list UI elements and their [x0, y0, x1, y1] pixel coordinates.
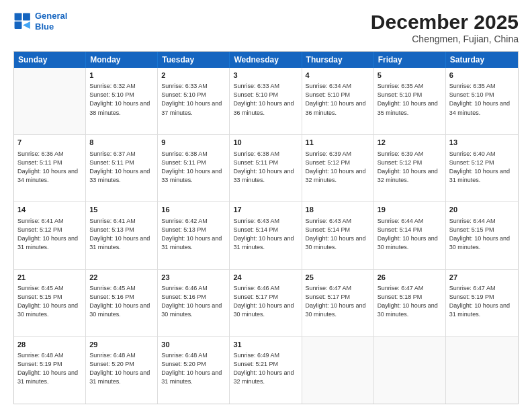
day-number: 4	[306, 71, 370, 81]
sun-info: Sunrise: 6:33 AM Sunset: 5:10 PM Dayligh…	[161, 82, 226, 117]
calendar-cell: 21Sunrise: 6:45 AM Sunset: 5:15 PM Dayli…	[14, 270, 86, 336]
sun-info: Sunrise: 6:46 AM Sunset: 5:17 PM Dayligh…	[233, 284, 298, 319]
sun-info: Sunrise: 6:41 AM Sunset: 5:12 PM Dayligh…	[17, 217, 82, 252]
day-number: 10	[233, 138, 298, 148]
title-block: December 2025 Chengmen, Fujian, China	[371, 11, 519, 44]
calendar-cell: 12Sunrise: 6:39 AM Sunset: 5:12 PM Dayli…	[374, 135, 446, 201]
day-number: 17	[233, 205, 298, 215]
calendar-cell: 8Sunrise: 6:37 AM Sunset: 5:11 PM Daylig…	[86, 135, 158, 201]
day-number: 15	[89, 205, 154, 215]
sun-info: Sunrise: 6:48 AM Sunset: 5:20 PM Dayligh…	[161, 351, 226, 386]
day-number: 11	[306, 138, 370, 148]
day-number: 16	[161, 205, 226, 215]
calendar-week-3: 14Sunrise: 6:41 AM Sunset: 5:12 PM Dayli…	[14, 202, 518, 269]
logo-text: General Blue	[35, 11, 67, 32]
sun-info: Sunrise: 6:38 AM Sunset: 5:11 PM Dayligh…	[161, 150, 226, 185]
day-number: 23	[161, 273, 226, 283]
sun-info: Sunrise: 6:43 AM Sunset: 5:14 PM Dayligh…	[306, 217, 370, 252]
sun-info: Sunrise: 6:47 AM Sunset: 5:18 PM Dayligh…	[378, 284, 442, 319]
svg-rect-1	[23, 13, 30, 20]
logo-line2: Blue	[35, 21, 54, 32]
calendar-cell: 24Sunrise: 6:46 AM Sunset: 5:17 PM Dayli…	[230, 270, 302, 336]
day-number: 8	[89, 138, 154, 148]
calendar-cell: 7Sunrise: 6:36 AM Sunset: 5:11 PM Daylig…	[14, 135, 86, 201]
sun-info: Sunrise: 6:35 AM Sunset: 5:10 PM Dayligh…	[449, 82, 515, 117]
sun-info: Sunrise: 6:35 AM Sunset: 5:10 PM Dayligh…	[378, 82, 442, 117]
day-number: 12	[378, 138, 442, 148]
header-day-wednesday: Wednesday	[230, 52, 302, 68]
day-number: 24	[233, 273, 298, 283]
calendar-cell: 19Sunrise: 6:44 AM Sunset: 5:14 PM Dayli…	[374, 202, 446, 269]
sun-info: Sunrise: 6:43 AM Sunset: 5:14 PM Dayligh…	[233, 217, 298, 252]
calendar-cell: 25Sunrise: 6:47 AM Sunset: 5:17 PM Dayli…	[302, 270, 374, 336]
calendar-cell: 1Sunrise: 6:32 AM Sunset: 5:10 PM Daylig…	[86, 68, 158, 134]
day-number: 9	[161, 138, 226, 148]
svg-marker-3	[23, 21, 30, 29]
day-number: 7	[17, 138, 82, 148]
day-number: 29	[89, 340, 154, 350]
calendar: SundayMondayTuesdayWednesdayThursdayFrid…	[13, 51, 519, 404]
sun-info: Sunrise: 6:47 AM Sunset: 5:19 PM Dayligh…	[449, 284, 515, 319]
calendar-cell: 20Sunrise: 6:44 AM Sunset: 5:15 PM Dayli…	[446, 202, 518, 269]
month-year: December 2025	[371, 11, 519, 34]
calendar-cell: 16Sunrise: 6:42 AM Sunset: 5:13 PM Dayli…	[158, 202, 230, 269]
sun-info: Sunrise: 6:40 AM Sunset: 5:12 PM Dayligh…	[449, 150, 515, 185]
sun-info: Sunrise: 6:34 AM Sunset: 5:10 PM Dayligh…	[306, 82, 370, 117]
day-number: 2	[161, 71, 226, 81]
header-day-monday: Monday	[86, 52, 158, 68]
calendar-body: 1Sunrise: 6:32 AM Sunset: 5:10 PM Daylig…	[14, 68, 518, 404]
sun-info: Sunrise: 6:48 AM Sunset: 5:20 PM Dayligh…	[89, 351, 154, 386]
sun-info: Sunrise: 6:33 AM Sunset: 5:10 PM Dayligh…	[233, 82, 298, 117]
calendar-header: SundayMondayTuesdayWednesdayThursdayFrid…	[14, 52, 518, 68]
day-number: 14	[17, 205, 82, 215]
day-number: 31	[233, 340, 298, 350]
day-number: 26	[378, 273, 442, 283]
sun-info: Sunrise: 6:45 AM Sunset: 5:15 PM Dayligh…	[17, 284, 82, 319]
calendar-cell: 2Sunrise: 6:33 AM Sunset: 5:10 PM Daylig…	[158, 68, 230, 134]
day-number: 3	[233, 71, 298, 81]
sun-info: Sunrise: 6:38 AM Sunset: 5:11 PM Dayligh…	[233, 150, 298, 185]
header-day-thursday: Thursday	[302, 52, 374, 68]
day-number: 27	[449, 273, 515, 283]
logo-icon	[13, 12, 32, 31]
calendar-cell: 30Sunrise: 6:48 AM Sunset: 5:20 PM Dayli…	[158, 337, 230, 404]
header-day-sunday: Sunday	[14, 52, 86, 68]
calendar-cell	[374, 337, 446, 404]
calendar-cell	[302, 337, 374, 404]
header-day-friday: Friday	[374, 52, 446, 68]
sun-info: Sunrise: 6:44 AM Sunset: 5:15 PM Dayligh…	[449, 217, 515, 252]
day-number: 13	[449, 138, 515, 148]
day-number: 19	[378, 205, 442, 215]
day-number: 21	[17, 273, 82, 283]
day-number: 5	[378, 71, 442, 81]
calendar-cell: 15Sunrise: 6:41 AM Sunset: 5:13 PM Dayli…	[86, 202, 158, 269]
location: Chengmen, Fujian, China	[371, 34, 519, 44]
calendar-cell: 26Sunrise: 6:47 AM Sunset: 5:18 PM Dayli…	[374, 270, 446, 336]
calendar-cell: 23Sunrise: 6:46 AM Sunset: 5:16 PM Dayli…	[158, 270, 230, 336]
sun-info: Sunrise: 6:47 AM Sunset: 5:17 PM Dayligh…	[306, 284, 370, 319]
calendar-cell: 10Sunrise: 6:38 AM Sunset: 5:11 PM Dayli…	[230, 135, 302, 201]
calendar-cell: 4Sunrise: 6:34 AM Sunset: 5:10 PM Daylig…	[302, 68, 374, 134]
calendar-cell	[14, 68, 86, 134]
svg-rect-0	[15, 13, 22, 20]
day-number: 18	[306, 205, 370, 215]
day-number: 22	[89, 273, 154, 283]
sun-info: Sunrise: 6:49 AM Sunset: 5:21 PM Dayligh…	[233, 351, 298, 386]
calendar-page: General Blue December 2025 Chengmen, Fuj…	[0, 0, 532, 411]
calendar-cell: 27Sunrise: 6:47 AM Sunset: 5:19 PM Dayli…	[446, 270, 518, 336]
calendar-cell: 22Sunrise: 6:45 AM Sunset: 5:16 PM Dayli…	[86, 270, 158, 336]
calendar-cell: 18Sunrise: 6:43 AM Sunset: 5:14 PM Dayli…	[302, 202, 374, 269]
calendar-cell: 17Sunrise: 6:43 AM Sunset: 5:14 PM Dayli…	[230, 202, 302, 269]
calendar-week-4: 21Sunrise: 6:45 AM Sunset: 5:15 PM Dayli…	[14, 270, 518, 337]
day-number: 6	[449, 71, 515, 81]
calendar-cell: 28Sunrise: 6:48 AM Sunset: 5:19 PM Dayli…	[14, 337, 86, 404]
day-number: 25	[306, 273, 370, 283]
sun-info: Sunrise: 6:36 AM Sunset: 5:11 PM Dayligh…	[17, 150, 82, 185]
header: General Blue December 2025 Chengmen, Fuj…	[13, 11, 519, 44]
day-number: 20	[449, 205, 515, 215]
calendar-cell: 9Sunrise: 6:38 AM Sunset: 5:11 PM Daylig…	[158, 135, 230, 201]
sun-info: Sunrise: 6:32 AM Sunset: 5:10 PM Dayligh…	[89, 82, 154, 117]
day-number: 28	[17, 340, 82, 350]
calendar-cell: 11Sunrise: 6:39 AM Sunset: 5:12 PM Dayli…	[302, 135, 374, 201]
sun-info: Sunrise: 6:42 AM Sunset: 5:13 PM Dayligh…	[161, 217, 226, 252]
